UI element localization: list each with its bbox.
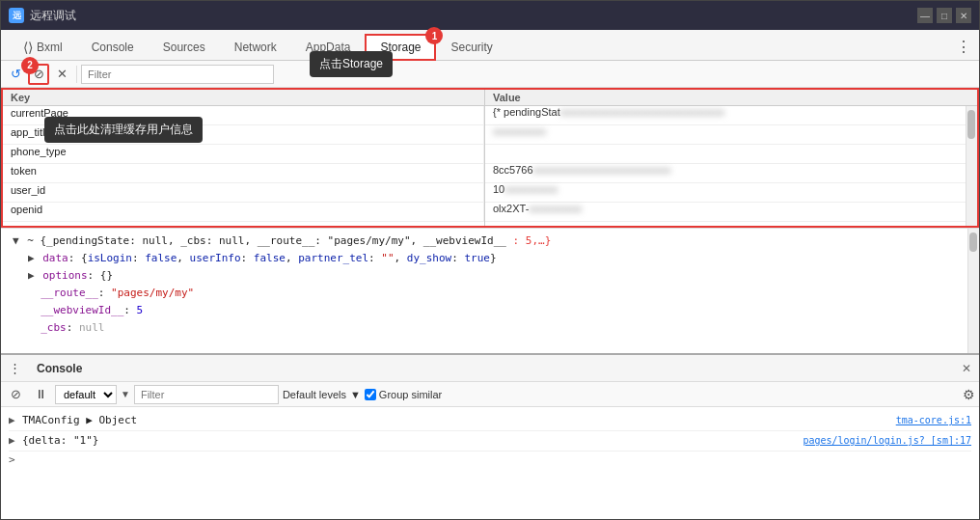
expand-data-icon[interactable]: ▶	[28, 252, 35, 264]
console-clear-button[interactable]: ⊘	[5, 384, 26, 405]
main-window: 远 远程调试 — □ ✕ ⟨⟩ Bxml Console Sources Net…	[0, 0, 980, 520]
annotation-badge-2: 2	[21, 57, 39, 74]
row-key-phone_type: phone_type	[3, 145, 484, 163]
json-line-options: ▶ options: {}	[24, 267, 971, 285]
console-area: ⋮ Console ✕ ⊘ ⏸ default ▼ Default levels…	[1, 353, 979, 519]
json-summary-end: : 5,…}	[513, 234, 552, 247]
console-pause-button[interactable]: ⏸	[30, 384, 51, 405]
console-toolbar: ⊘ ⏸ default ▼ Default levels ▼ Group sim…	[1, 382, 979, 407]
header-value: Value	[485, 90, 966, 105]
log-expand-icon-1[interactable]: ▶	[9, 413, 18, 428]
separator	[76, 66, 77, 83]
levels-label: Default levels	[283, 389, 346, 400]
table-row-val[interactable]	[485, 145, 966, 164]
tab-sources[interactable]: Sources	[149, 33, 220, 60]
group-similar-text: Group similar	[379, 389, 442, 400]
row-key-user_id: user_id	[3, 183, 484, 202]
tab-console[interactable]: Console	[77, 33, 149, 60]
levels-dropdown-icon[interactable]: ▼	[350, 389, 361, 400]
title-bar-left: 远 远程调试	[9, 8, 76, 24]
console-log-area: ▶ TMAConfig ▶ Object tma-core.js:1 ▶ {de…	[1, 407, 979, 519]
tab-console-label: Console	[92, 41, 134, 54]
log-expand-icon-2[interactable]: ▶	[9, 433, 18, 449]
no-entry-button[interactable]: ⊘ 2	[28, 64, 49, 85]
console-prompt[interactable]: >	[9, 452, 971, 468]
json-line-cbs: _cbs: null	[24, 319, 971, 337]
tab-bxml-label: Bxml	[37, 41, 63, 54]
close-button[interactable]: ✕	[956, 8, 971, 23]
json-scrollbar	[967, 229, 979, 353]
right-scrollbar	[966, 106, 977, 226]
storage-table: Key Value currentPage app_title	[1, 88, 979, 228]
storage-panel: Key Value currentPage app_title	[1, 88, 979, 519]
prompt-icon: >	[9, 453, 15, 466]
json-line-data: ▶ data: {isLogin: false, userInfo: false…	[24, 250, 971, 267]
json-summary: ~ {_pendingState: null, _cbs: null, __ro…	[27, 234, 506, 247]
group-similar-label[interactable]: Group similar	[365, 389, 442, 400]
json-line-webviewid: __webviewId__: 5	[24, 302, 971, 319]
table-row-val[interactable]: 10xxxxxxxxxx	[485, 183, 966, 203]
log-entry-1: ▶ TMAConfig ▶ Object tma-core.js:1	[9, 411, 971, 431]
log-entry-2: ▶ {delta: "1"} pages/login/login.js? [sm…	[9, 431, 971, 452]
storage-table-header: Key Value	[3, 90, 977, 106]
maximize-button[interactable]: □	[937, 8, 952, 23]
group-similar-checkbox[interactable]	[365, 389, 376, 400]
tab-bxml[interactable]: ⟨⟩ Bxml	[9, 33, 77, 60]
row-key-openid: openid	[3, 203, 484, 221]
json-line-route: __route__: "pages/my/my"	[24, 285, 971, 302]
tab-security-label: Security	[450, 41, 492, 54]
expand-options-icon[interactable]: ▶	[28, 269, 35, 282]
console-gear-button[interactable]: ⚙	[963, 387, 975, 402]
row-key-token: token	[3, 164, 484, 182]
filter-input[interactable]	[81, 65, 274, 84]
clear-button[interactable]: ✕	[51, 64, 72, 85]
tab-network-label: Network	[234, 41, 277, 54]
console-levels: Default levels ▼	[283, 389, 361, 400]
table-row-val[interactable]: xxxxxxxxxx	[485, 125, 966, 145]
app-icon: 远	[9, 8, 24, 23]
tab-sources-label: Sources	[163, 41, 205, 54]
table-row-val[interactable]: {* pendingStatxxxxxxxxxxxxxxxxxxxxxxxxxx…	[485, 106, 966, 125]
table-row[interactable]: openid	[3, 203, 484, 222]
json-summary-line: ▼ ~ {_pendingState: null, _cbs: null, __…	[9, 233, 971, 250]
log-text-1: TMAConfig ▶ Object	[22, 413, 896, 428]
tab-bxml-icon: ⟨⟩	[23, 40, 33, 55]
tooltip-storage: 点击Storage	[310, 51, 393, 77]
log-text-2: {delta: "1"}	[22, 433, 803, 449]
tooltip-clear: 点击此处清理缓存用户信息	[44, 117, 203, 143]
log-source-2[interactable]: pages/login/login.js? [sm]:17	[803, 433, 971, 449]
title-bar: 远 远程调试 — □ ✕	[1, 1, 979, 30]
value-column: {* pendingStatxxxxxxxxxxxxxxxxxxxxxxxxxx…	[485, 106, 966, 226]
table-row-val[interactable]: 8cc5766xxxxxxxxxxxxxxxxxxxxxxxxxx	[485, 164, 966, 183]
table-row[interactable]: phone_type	[3, 145, 484, 164]
console-context-select[interactable]: default	[55, 385, 117, 404]
window-title: 远程调试	[30, 8, 76, 24]
console-header: ⋮ Console ✕	[1, 355, 979, 382]
console-filter-input[interactable]	[134, 385, 279, 404]
tab-security[interactable]: Security	[436, 33, 506, 60]
console-close-button[interactable]: ✕	[962, 362, 971, 375]
json-tree-area: ▼ ~ {_pendingState: null, _cbs: null, __…	[1, 228, 979, 353]
window-controls: — □ ✕	[917, 8, 971, 23]
storage-toolbar: ↺ ⊘ 2 ✕ 点击此处清理缓存用户信息	[1, 61, 979, 88]
minimize-button[interactable]: —	[917, 8, 933, 23]
console-drag-handle: ⋮	[9, 361, 21, 375]
devtools: ⟨⟩ Bxml Console Sources Network AppData …	[1, 30, 979, 519]
console-tab[interactable]: Console	[29, 362, 90, 375]
table-row-val[interactable]: olx2XT-xxxxxxxxxx	[485, 203, 966, 222]
select-dropdown-icon: ▼	[121, 389, 130, 399]
tab-more-button[interactable]: ⋮	[948, 34, 979, 60]
tab-bar: ⟨⟩ Bxml Console Sources Network AppData …	[1, 30, 979, 61]
header-key: Key	[3, 90, 485, 105]
table-row[interactable]: user_id	[3, 183, 484, 203]
table-row[interactable]: token	[3, 164, 484, 183]
log-source-1[interactable]: tma-core.js:1	[896, 413, 971, 428]
expand-icon[interactable]: ▼	[13, 234, 19, 247]
tab-network[interactable]: Network	[220, 33, 291, 60]
